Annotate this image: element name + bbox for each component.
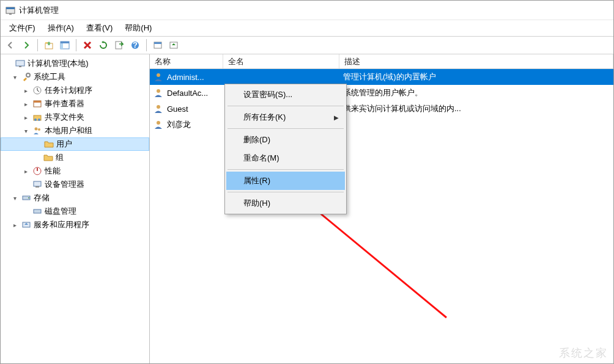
tree-label: 设备管理器 bbox=[45, 179, 84, 190]
forward-button[interactable] bbox=[19, 38, 34, 53]
svg-rect-29 bbox=[34, 209, 41, 213]
user-icon bbox=[154, 104, 163, 114]
svg-rect-14 bbox=[19, 66, 21, 67]
tree-task-scheduler[interactable]: ▸ 任务计划程序 bbox=[1, 84, 149, 97]
cell-name: DefaultAc... bbox=[167, 89, 208, 98]
chevron-down-icon[interactable]: ▾ bbox=[10, 194, 19, 202]
menu-action[interactable]: 操作(A) bbox=[43, 21, 79, 35]
list-body[interactable]: Administ... 管理计算机(域)的内置帐户 DefaultAc... 系… bbox=[150, 69, 613, 363]
delete-button[interactable] bbox=[80, 38, 95, 53]
context-menu: 设置密码(S)... 所有任务(K)▶ 删除(D) 重命名(M) 属性(R) 帮… bbox=[224, 84, 347, 214]
svg-text:?: ? bbox=[133, 40, 138, 49]
ctx-delete[interactable]: 删除(D) bbox=[226, 131, 345, 149]
svg-point-28 bbox=[28, 197, 29, 198]
cell-name: 刘彦龙 bbox=[167, 119, 191, 130]
tree-label: 事件查看器 bbox=[45, 98, 84, 109]
ctx-separator bbox=[227, 106, 344, 106]
menu-view[interactable]: 查看(V) bbox=[81, 21, 117, 35]
svg-rect-1 bbox=[6, 7, 15, 9]
svg-rect-11 bbox=[154, 42, 161, 44]
tree-label: 本地用户和组 bbox=[45, 125, 92, 136]
menu-file[interactable]: 文件(F) bbox=[4, 21, 40, 35]
list-row-administrator[interactable]: Administ... 管理计算机(域)的内置帐户 bbox=[150, 69, 613, 85]
chevron-right-icon[interactable]: ▸ bbox=[21, 100, 30, 108]
window-title: 计算机管理 bbox=[19, 5, 59, 16]
ctx-all-tasks[interactable]: 所有任务(K)▶ bbox=[226, 108, 345, 126]
tree-local-users-groups[interactable]: ▾ 本地用户和组 bbox=[1, 124, 149, 137]
ctx-help[interactable]: 帮助(H) bbox=[226, 194, 345, 213]
ctx-rename[interactable]: 重命名(M) bbox=[226, 149, 345, 167]
chevron-down-icon[interactable]: ▾ bbox=[10, 73, 19, 81]
chevron-right-icon[interactable]: ▸ bbox=[21, 167, 30, 175]
ctx-properties[interactable]: 属性(R) bbox=[226, 172, 345, 190]
svg-point-32 bbox=[157, 89, 160, 93]
nav-tree[interactable]: 计算机管理(本地) ▾ 系统工具 ▸ 任务计划程序 ▸ 事件查看器 ▸ 共享文件… bbox=[1, 54, 150, 363]
cell-description: 管理计算机(域)的内置帐户 bbox=[343, 71, 436, 82]
ctx-set-password[interactable]: 设置密码(S)... bbox=[226, 86, 345, 104]
tree-label: 计算机管理(本地) bbox=[28, 58, 89, 69]
tools-icon bbox=[21, 72, 31, 82]
tree-event-viewer[interactable]: ▸ 事件查看器 bbox=[1, 97, 149, 111]
tree-performance[interactable]: ▸ 性能 bbox=[1, 164, 149, 178]
chevron-right-icon[interactable]: ▸ bbox=[21, 86, 30, 95]
tree-services-apps[interactable]: ▸ 服务和应用程序 bbox=[1, 218, 149, 231]
tree-label: 服务和应用程序 bbox=[34, 219, 89, 230]
svg-rect-6 bbox=[61, 42, 69, 43]
tree-device-manager[interactable]: 设备管理器 bbox=[1, 178, 149, 191]
chevron-down-icon[interactable]: ▾ bbox=[21, 126, 30, 135]
back-button[interactable] bbox=[3, 38, 18, 53]
tree-groups[interactable]: 组 bbox=[1, 151, 149, 164]
tree-users[interactable]: 用户 bbox=[1, 137, 149, 151]
extra-button-1[interactable] bbox=[150, 38, 165, 53]
svg-point-15 bbox=[26, 73, 30, 77]
tree-shared-folders[interactable]: ▸ 共享文件夹 bbox=[1, 111, 149, 124]
tree-label: 性能 bbox=[45, 166, 61, 177]
storage-icon bbox=[21, 193, 31, 203]
svg-rect-25 bbox=[34, 181, 41, 186]
user-icon bbox=[154, 72, 163, 82]
menu-help[interactable]: 帮助(H) bbox=[120, 21, 157, 35]
export-button[interactable] bbox=[112, 38, 127, 53]
chevron-right-icon[interactable]: ▸ bbox=[21, 113, 30, 122]
svg-rect-13 bbox=[16, 60, 24, 66]
column-description[interactable]: 描述 bbox=[339, 54, 613, 68]
folder-icon bbox=[44, 139, 54, 149]
clock-icon bbox=[32, 86, 42, 95]
event-icon bbox=[32, 99, 42, 109]
tree-storage[interactable]: ▾ 存储 bbox=[1, 191, 149, 205]
svg-point-31 bbox=[157, 73, 160, 77]
chevron-right-icon[interactable]: ▸ bbox=[10, 220, 19, 229]
svg-rect-2 bbox=[9, 13, 12, 15]
tree-label: 组 bbox=[56, 152, 64, 163]
users-groups-icon bbox=[32, 126, 42, 136]
cell-name: Guest bbox=[167, 104, 188, 114]
titlebar: 计算机管理 bbox=[1, 1, 613, 20]
cell-description: 系统管理的用户帐户。 bbox=[343, 87, 423, 98]
device-icon bbox=[32, 180, 42, 189]
svg-rect-18 bbox=[34, 101, 41, 103]
refresh-button[interactable] bbox=[96, 38, 111, 53]
tree-label: 用户 bbox=[56, 139, 72, 150]
tree-disk-management[interactable]: 磁盘管理 bbox=[1, 205, 149, 218]
toolbar-separator bbox=[146, 39, 147, 51]
extra-button-2[interactable] bbox=[166, 38, 181, 53]
up-button[interactable] bbox=[42, 38, 56, 53]
submenu-arrow-icon: ▶ bbox=[334, 114, 339, 121]
list-pane: 名称 全名 描述 Administ... 管理计算机(域)的内置帐户 bbox=[150, 54, 613, 363]
tree-root[interactable]: 计算机管理(本地) bbox=[1, 57, 149, 70]
shared-folder-icon bbox=[32, 112, 42, 122]
column-fullname[interactable]: 全名 bbox=[223, 54, 339, 68]
list-row-defaultaccount[interactable]: DefaultAc... 系统管理的用户帐户。 bbox=[150, 85, 613, 101]
column-name[interactable]: 名称 bbox=[150, 54, 223, 68]
list-row-guest[interactable]: Guest 供来宾访问计算机或访问域的内... bbox=[150, 101, 613, 117]
performance-icon bbox=[32, 166, 42, 176]
show-hide-tree-button[interactable] bbox=[57, 38, 72, 53]
tree-system-tools[interactable]: ▾ 系统工具 bbox=[1, 70, 149, 84]
help-button[interactable]: ? bbox=[128, 38, 142, 53]
cell-description: 供来宾访问计算机或访问域的内... bbox=[343, 103, 461, 114]
list-row-user[interactable]: 刘彦龙 bbox=[150, 117, 613, 133]
expander-icon bbox=[4, 59, 13, 68]
svg-rect-7 bbox=[116, 42, 122, 49]
tree-label: 系统工具 bbox=[34, 71, 65, 82]
toolbar: ? bbox=[1, 36, 613, 54]
